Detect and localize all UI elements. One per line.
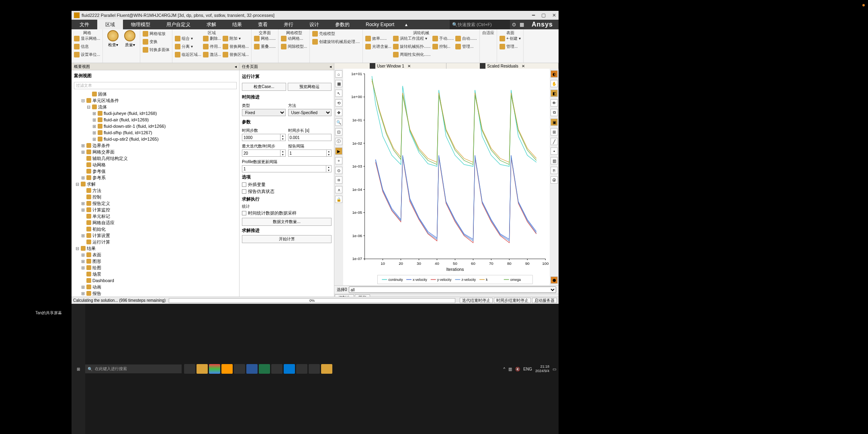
- task-collapse[interactable]: ◂: [330, 64, 332, 69]
- menu-并行[interactable]: 并行: [276, 20, 301, 29]
- search-input[interactable]: 🔍 快速搜索 (Ctrl+F): [450, 20, 510, 29]
- close-tab-icon[interactable]: ✕: [522, 64, 525, 68]
- tree-node[interactable]: ⊞计算设置: [75, 232, 239, 239]
- tree-node[interactable]: ⊟求解: [75, 181, 239, 187]
- tree-node[interactable]: ⊟结果: [75, 245, 239, 252]
- tool-axes-icon[interactable]: ⋏: [335, 186, 342, 193]
- tool-home-icon[interactable]: ⌂: [335, 70, 342, 78]
- ribbon-button[interactable]: 间隙模型...: [281, 43, 307, 50]
- menu-求解[interactable]: 求解: [199, 20, 224, 29]
- spin-up[interactable]: ▲: [280, 150, 285, 153]
- ribbon-button[interactable]: 控制...: [432, 43, 454, 50]
- tree-node[interactable]: ⊞参考系: [75, 174, 239, 181]
- tool-zoomout-icon[interactable]: ⊙: [335, 167, 342, 174]
- spin-down[interactable]: ▼: [326, 169, 331, 172]
- taskview-icon[interactable]: [184, 364, 195, 374]
- ribbon-button[interactable]: 分离 ▾: [175, 43, 201, 50]
- tool-zoombox-icon[interactable]: ⧈: [335, 176, 342, 184]
- tree-node[interactable]: ⊞边界条件: [75, 142, 239, 149]
- dt-input[interactable]: [288, 134, 332, 141]
- menu-区域[interactable]: 区域: [97, 20, 123, 29]
- tree-node[interactable]: Dashboard: [75, 277, 239, 284]
- app-icon[interactable]: [271, 364, 283, 374]
- close-tab-icon[interactable]: ✕: [407, 64, 411, 68]
- ribbon-button[interactable]: 信息: [74, 43, 100, 50]
- status-button[interactable]: 迭代结束时停止: [460, 298, 493, 303]
- tool-fit-icon[interactable]: ⊡: [335, 128, 342, 135]
- steps-input[interactable]: [242, 134, 280, 141]
- maxiter-input[interactable]: [242, 149, 280, 157]
- tool-zoom-icon[interactable]: 🔍: [335, 119, 342, 126]
- tree-node[interactable]: 动网格: [75, 162, 239, 168]
- app-icon[interactable]: [234, 364, 245, 374]
- tree-node[interactable]: 辅助几何结构定义: [75, 155, 239, 162]
- ribbon-button[interactable]: 创建旋转机械后处理....: [312, 38, 360, 45]
- clock[interactable]: 21:18 2024/9/4: [535, 364, 549, 373]
- tree-node[interactable]: 固体: [75, 91, 239, 97]
- tool-line-icon[interactable]: ╱: [551, 138, 558, 145]
- tool-cursor-icon[interactable]: ↖: [335, 90, 342, 97]
- type-select[interactable]: Fixed: [242, 109, 286, 116]
- spin-down[interactable]: ▼: [280, 137, 285, 141]
- check-case-button[interactable]: 检查Case...: [242, 83, 286, 91]
- ime-indicator[interactable]: ENG: [523, 367, 532, 371]
- menu-rocky-export[interactable]: Rocky Export: [358, 20, 402, 29]
- spin-down[interactable]: ▼: [327, 153, 331, 156]
- tool-play-icon[interactable]: ▶: [335, 147, 342, 155]
- tab-user-window-1[interactable]: User Window 1 ✕: [334, 63, 446, 69]
- sampling-checkbox[interactable]: 时间统计数据的数据采样: [242, 210, 332, 216]
- ribbon-button[interactable]: 网格......: [254, 35, 276, 42]
- sublime-icon[interactable]: [221, 364, 233, 374]
- tool-grid-icon[interactable]: ⊞: [551, 128, 558, 135]
- ribbon-button[interactable]: 替换网格...: [223, 43, 249, 50]
- start-button[interactable]: ⊞: [72, 304, 85, 434]
- tool-point-icon[interactable]: •: [551, 147, 558, 155]
- chrome-icon[interactable]: [209, 364, 220, 374]
- app-icon[interactable]: [296, 364, 307, 374]
- outline-tree[interactable]: 固体⊟单元区域条件⊟流体⊞fludi-juheye (fluid, id=126…: [72, 91, 239, 297]
- ribbon-button[interactable]: 管理...: [455, 43, 477, 50]
- ribbon-button[interactable]: 周期性实例化......: [393, 51, 431, 58]
- tool-3d-icon[interactable]: ⬣: [551, 276, 558, 284]
- maximize-button[interactable]: ▢: [541, 12, 546, 18]
- tree-node[interactable]: 网格自适应: [75, 219, 239, 226]
- ribbon-button[interactable]: 组合 ▾: [175, 35, 201, 42]
- tree-node[interactable]: ⊞fluid-air (fluid, id=1269): [75, 117, 239, 123]
- tree-node[interactable]: ⊞网格交界面: [75, 149, 239, 155]
- spin-up[interactable]: ▲: [327, 150, 331, 153]
- menu-用户自定义[interactable]: 用户自定义: [158, 20, 199, 29]
- tool-copy-icon[interactable]: ⎘: [551, 167, 558, 174]
- tree-node[interactable]: ⊞报告: [75, 290, 239, 297]
- tree-node[interactable]: 场景: [75, 271, 239, 277]
- ribbon-button[interactable]: 壳核模型: [312, 30, 360, 37]
- data-files-button[interactable]: 数据文件数量...: [242, 218, 332, 226]
- outline-collapse[interactable]: ◂: [235, 64, 237, 69]
- tree-node[interactable]: ⊞报告定义: [75, 200, 239, 207]
- ribbon-button[interactable]: 重叠......: [254, 43, 276, 50]
- tool-link-icon[interactable]: ⧉: [551, 109, 558, 116]
- tool-pan-icon[interactable]: ✥: [335, 109, 342, 116]
- app-icon[interactable]: [284, 364, 295, 374]
- preview-mesh-button[interactable]: 预览网格运: [288, 83, 332, 91]
- profile-input[interactable]: [242, 165, 326, 172]
- extrapolate-checkbox[interactable]: 外插变量: [242, 182, 332, 188]
- filter-input[interactable]: 过滤文本: [74, 82, 237, 89]
- ribbon-button[interactable]: 显示网格...: [74, 35, 100, 42]
- ribbon-button[interactable]: 网格缩放: [143, 30, 170, 37]
- ribbon-button[interactable]: 旋转机械拓扑......: [393, 43, 431, 50]
- ribbon-button[interactable]: 质量▾: [122, 30, 137, 48]
- menu-结果[interactable]: 结果: [224, 20, 250, 29]
- ribbon-button[interactable]: 停用...: [203, 43, 221, 50]
- method-select[interactable]: User-Specified: [288, 109, 332, 116]
- minimize-button[interactable]: ━: [532, 12, 535, 18]
- start-calculate-button[interactable]: 开始计算: [242, 235, 332, 243]
- tree-node[interactable]: 方法: [75, 187, 239, 194]
- tool-info-icon[interactable]: ⓘ: [335, 138, 342, 145]
- ribbon-button[interactable]: 临近区域...: [175, 51, 201, 58]
- tab-scaled-residuals[interactable]: Scaled Residuals ✕: [446, 63, 559, 69]
- ribbon-button[interactable]: 动网格...: [281, 35, 307, 42]
- tray-chevron-icon[interactable]: ^: [504, 367, 506, 371]
- ribbon-button[interactable]: 转换多面体: [143, 46, 170, 53]
- ribbon-button[interactable]: 管理...: [500, 43, 521, 50]
- report-status-checkbox[interactable]: 报告仿真状态: [242, 188, 332, 194]
